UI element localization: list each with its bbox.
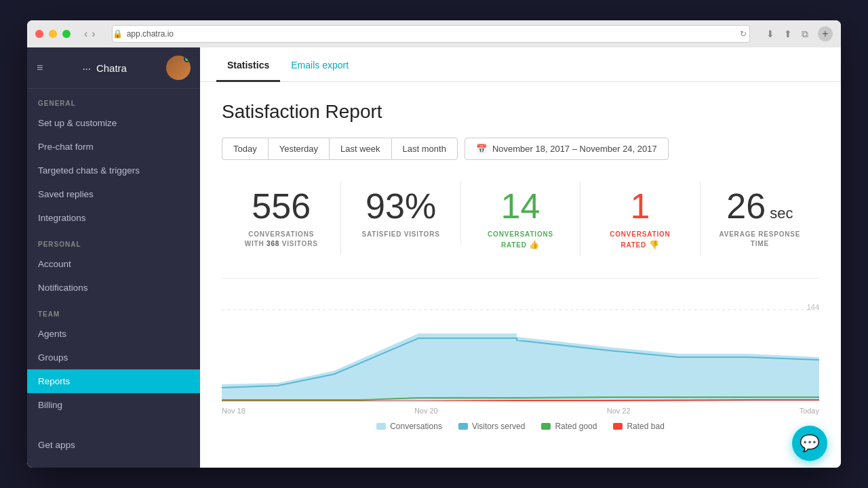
menu-icon[interactable]: ≡ bbox=[37, 62, 43, 74]
date-range-text: November 18, 2017 – November 24, 2017 bbox=[492, 144, 657, 154]
x-label-nov20: Nov 20 bbox=[414, 407, 438, 415]
url-text: app.chatra.io bbox=[127, 29, 174, 39]
sidebar-item-reports[interactable]: Reports bbox=[27, 369, 200, 393]
stat-rated-good-number: 14 bbox=[472, 187, 569, 226]
legend-label-rated-good: Rated good bbox=[555, 422, 597, 431]
forward-button[interactable]: › bbox=[92, 28, 95, 40]
date-range-picker[interactable]: 📅 November 18, 2017 – November 24, 2017 bbox=[465, 138, 669, 160]
thumbs-up-icon: 👍 bbox=[529, 240, 540, 249]
legend-label-rated-bad: Rated bad bbox=[627, 422, 664, 431]
sidebar-item-targeted[interactable]: Targeted chats & triggers bbox=[27, 159, 200, 182]
stat-satisfied-label: SATISFIED VISITORS bbox=[352, 230, 449, 239]
legend-conversations: Conversations bbox=[376, 422, 442, 431]
avatar[interactable] bbox=[166, 56, 191, 80]
sidebar-item-billing[interactable]: Billing bbox=[27, 393, 200, 417]
sidebar-item-agents[interactable]: Agents bbox=[27, 322, 200, 346]
x-label-nov18: Nov 18 bbox=[222, 407, 245, 415]
tab-statistics[interactable]: Statistics bbox=[216, 47, 280, 82]
stat-response-time-label: AVERAGE RESPONSE TIME bbox=[711, 230, 808, 249]
legend-rated-good: Rated good bbox=[541, 422, 597, 431]
tab-emails-export[interactable]: Emails export bbox=[280, 47, 359, 82]
filter-today[interactable]: Today bbox=[222, 138, 268, 160]
close-dot[interactable] bbox=[35, 30, 43, 38]
stat-rated-good: 14 CONVERSATIONSRATED 👍 bbox=[461, 182, 580, 256]
back-button[interactable]: ‹ bbox=[84, 28, 87, 40]
address-bar[interactable]: 🔒 app.chatra.io ↻ bbox=[112, 25, 750, 43]
sidebar: ≡ ··· Chatra GENERAL Set up & customize … bbox=[27, 47, 200, 468]
legend-visitors: Visitors served bbox=[458, 422, 525, 431]
sidebar-item-account[interactable]: Account bbox=[27, 252, 200, 276]
tab-bar: Statistics Emails export bbox=[200, 47, 841, 82]
x-label-nov22: Nov 22 bbox=[607, 407, 631, 415]
x-label-today: Today bbox=[800, 407, 819, 415]
refresh-icon[interactable]: ↻ bbox=[740, 29, 747, 39]
sidebar-item-notifications[interactable]: Notifications bbox=[27, 276, 200, 300]
sidebar-bottom: Get apps bbox=[27, 433, 200, 468]
legend-dot-visitors bbox=[458, 423, 468, 430]
stat-rated-bad: 1 CONVERSATIONRATED 👎 bbox=[580, 182, 700, 256]
sidebar-item-prechat[interactable]: Pre-chat form bbox=[27, 135, 200, 159]
stat-rated-bad-label: CONVERSATIONRATED 👎 bbox=[591, 230, 688, 251]
thumbs-down-icon: 👎 bbox=[649, 240, 660, 249]
calendar-icon: 📅 bbox=[476, 144, 487, 154]
page-title: Satisfaction Report bbox=[222, 101, 819, 123]
brand-more-icon: ··· bbox=[82, 62, 91, 74]
browser-nav: ‹ › bbox=[84, 28, 96, 40]
stat-conversations-number: 556 bbox=[233, 187, 330, 226]
stat-conversations: 556 CONVERSATIONSWITH 368 VISITORS bbox=[222, 182, 341, 254]
section-label-team: TEAM bbox=[27, 300, 200, 322]
stat-satisfied: 93% SATISFIED VISITORS bbox=[341, 182, 460, 245]
lock-icon: 🔒 bbox=[113, 29, 123, 39]
avatar-online-indicator bbox=[184, 56, 191, 62]
sidebar-item-get-apps[interactable]: Get apps bbox=[27, 433, 200, 457]
page-content: Satisfaction Report Today Yesterday Last… bbox=[200, 82, 841, 468]
sidebar-brand: ··· Chatra bbox=[82, 62, 127, 74]
stat-response-time: 26 sec AVERAGE RESPONSE TIME bbox=[701, 182, 819, 254]
stat-conversations-label: CONVERSATIONSWITH 368 VISITORS bbox=[233, 230, 330, 249]
minimize-dot[interactable] bbox=[49, 30, 57, 38]
section-label-general: GENERAL bbox=[27, 89, 200, 111]
maximize-dot[interactable] bbox=[62, 30, 71, 38]
sidebar-item-groups[interactable]: Groups bbox=[27, 346, 200, 369]
browser-titlebar: ‹ › 🔒 app.chatra.io ↻ ⬇ ⬆ ⧉ + bbox=[27, 20, 841, 47]
chat-button[interactable]: 💬 bbox=[792, 426, 827, 461]
stats-row: 556 CONVERSATIONSWITH 368 VISITORS 93% S… bbox=[222, 182, 819, 279]
stat-rated-bad-number: 1 bbox=[591, 187, 688, 226]
sidebar-header: ≡ ··· Chatra bbox=[27, 47, 200, 89]
stat-response-time-number: 26 sec bbox=[711, 187, 808, 226]
legend-dot-rated-good bbox=[541, 423, 551, 430]
chat-button-icon: 💬 bbox=[800, 434, 820, 453]
sidebar-item-saved[interactable]: Saved replies bbox=[27, 182, 200, 206]
chart-area: 144 Nov bbox=[222, 303, 819, 415]
download-icon: ⬇ bbox=[766, 28, 774, 39]
browser-actions: ⬇ ⬆ ⧉ + bbox=[766, 26, 833, 41]
stat-rated-good-label: CONVERSATIONSRATED 👍 bbox=[472, 230, 569, 251]
chart-x-labels: Nov 18 Nov 20 Nov 22 Today bbox=[222, 404, 819, 418]
chart-max-label: 144 bbox=[807, 303, 819, 311]
legend-label-visitors: Visitors served bbox=[472, 422, 525, 431]
filter-last-month[interactable]: Last month bbox=[391, 138, 458, 160]
new-tab-button[interactable]: + bbox=[818, 26, 833, 41]
filter-yesterday[interactable]: Yesterday bbox=[268, 138, 329, 160]
window-icon: ⧉ bbox=[802, 28, 808, 40]
legend-dot-conversations bbox=[376, 423, 386, 430]
chart-svg bbox=[222, 303, 819, 401]
stat-satisfied-number: 93% bbox=[352, 187, 449, 226]
legend-rated-bad: Rated bad bbox=[613, 422, 664, 431]
sidebar-item-setup[interactable]: Set up & customize bbox=[27, 111, 200, 135]
share-icon: ⬆ bbox=[784, 28, 792, 39]
chart-legend: Conversations Visitors served Rated good… bbox=[222, 422, 819, 431]
legend-label-conversations: Conversations bbox=[390, 422, 442, 431]
svg-marker-2 bbox=[222, 333, 819, 401]
date-filters: Today Yesterday Last week Last month 📅 N… bbox=[222, 138, 819, 160]
brand-name: Chatra bbox=[96, 62, 127, 74]
legend-dot-rated-bad bbox=[613, 423, 623, 430]
section-label-personal: PERSONAL bbox=[27, 230, 200, 252]
filter-last-week[interactable]: Last week bbox=[329, 138, 391, 160]
sidebar-item-integrations[interactable]: Integrations bbox=[27, 206, 200, 230]
main-content: Statistics Emails export Satisfaction Re… bbox=[200, 47, 841, 468]
app-container: ≡ ··· Chatra GENERAL Set up & customize … bbox=[27, 47, 841, 468]
